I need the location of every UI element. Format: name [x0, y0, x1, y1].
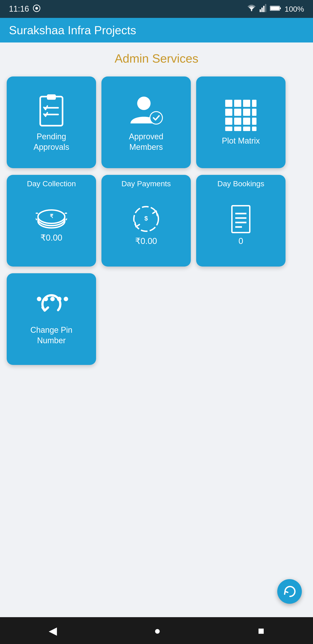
- svg-rect-4: [261, 8, 263, 12]
- receipt-icon: [230, 204, 252, 234]
- approved-members-card[interactable]: ApprovedMembers: [101, 76, 191, 168]
- app-title: Surakshaa Infra Projects: [9, 24, 136, 37]
- grid-row-2: Day Collection ₹ ₹0.00: [7, 175, 306, 266]
- svg-point-15: [150, 112, 162, 124]
- approved-members-label: ApprovedMembers: [129, 132, 163, 152]
- svg-rect-22: [243, 109, 250, 116]
- main-content: Admin Services PendingApprovals: [0, 42, 313, 617]
- svg-rect-27: [252, 118, 257, 125]
- change-pin-card[interactable]: Change PinNumber: [7, 273, 96, 365]
- status-bar: 11:16: [0, 0, 313, 18]
- day-bookings-label: Day Bookings: [196, 179, 286, 188]
- home-button[interactable]: ●: [141, 620, 174, 641]
- svg-rect-21: [234, 109, 241, 116]
- svg-text:₹: ₹: [50, 213, 53, 219]
- status-right: 100%: [247, 4, 304, 14]
- svg-point-14: [137, 96, 151, 110]
- svg-rect-11: [47, 94, 56, 100]
- svg-rect-31: [252, 126, 257, 131]
- svg-rect-29: [234, 126, 241, 131]
- day-collection-content: ₹ ₹0.00: [36, 188, 67, 262]
- pin-icon: [33, 292, 69, 321]
- clipboard-icon: [36, 92, 67, 128]
- svg-rect-19: [252, 100, 257, 107]
- wifi-icon: [247, 5, 256, 13]
- svg-rect-23: [252, 109, 257, 116]
- person-check-icon: [128, 92, 164, 128]
- svg-point-45: [50, 297, 55, 301]
- day-collection-card[interactable]: Day Collection ₹ ₹0.00: [7, 175, 96, 266]
- recents-button[interactable]: ■: [244, 620, 278, 641]
- day-collection-value: ₹0.00: [40, 233, 62, 242]
- svg-rect-25: [234, 118, 241, 125]
- svg-point-1: [35, 7, 38, 10]
- svg-rect-10: [40, 96, 62, 126]
- svg-rect-26: [243, 118, 250, 125]
- back-button[interactable]: ◀: [35, 620, 70, 641]
- change-pin-label: Change PinNumber: [30, 325, 72, 346]
- svg-rect-28: [225, 126, 232, 131]
- day-bookings-value: 0: [238, 236, 243, 246]
- svg-rect-6: [265, 4, 266, 12]
- grid-row-3: Change PinNumber: [7, 273, 306, 365]
- refresh-fab[interactable]: [277, 579, 302, 604]
- pending-approvals-card[interactable]: PendingApprovals: [7, 76, 96, 168]
- signal-icon: [260, 4, 266, 14]
- plot-matrix-card[interactable]: Plot Matrix: [196, 76, 286, 168]
- svg-rect-30: [243, 126, 250, 131]
- svg-rect-3: [260, 10, 261, 12]
- svg-rect-8: [270, 6, 279, 10]
- status-left: 11:16: [9, 4, 41, 14]
- svg-rect-17: [234, 100, 241, 107]
- payment-circle-icon: $: [132, 204, 161, 234]
- svg-point-47: [64, 297, 68, 301]
- day-payments-card[interactable]: Day Payments $ ₹0.00: [101, 175, 191, 266]
- day-bookings-content: 0: [230, 188, 252, 262]
- refresh-icon: [283, 585, 296, 598]
- grid-row-1: PendingApprovals ApprovedMembers: [7, 76, 306, 168]
- grid-icon: [224, 98, 258, 132]
- day-collection-label: Day Collection: [7, 179, 96, 188]
- svg-text:$: $: [144, 215, 148, 222]
- nav-bar: ◀ ● ■: [0, 617, 313, 644]
- svg-rect-9: [280, 8, 281, 9]
- money-icon: ₹: [36, 208, 67, 230]
- notification-icon: [33, 4, 41, 14]
- battery-percent: 100%: [285, 5, 304, 14]
- day-payments-value: ₹0.00: [135, 236, 157, 246]
- svg-rect-5: [263, 6, 265, 12]
- svg-rect-24: [225, 118, 232, 125]
- pending-approvals-label: PendingApprovals: [33, 132, 69, 152]
- top-bar: Surakshaa Infra Projects: [0, 18, 313, 42]
- status-time: 11:16: [9, 4, 29, 14]
- day-bookings-card[interactable]: Day Bookings 0: [196, 175, 286, 266]
- svg-rect-38: [232, 206, 250, 232]
- svg-rect-16: [225, 100, 232, 107]
- svg-rect-18: [243, 100, 250, 107]
- day-payments-label: Day Payments: [101, 179, 191, 188]
- plot-matrix-label: Plot Matrix: [222, 136, 260, 146]
- svg-rect-20: [225, 109, 232, 116]
- svg-point-43: [37, 297, 41, 301]
- svg-point-2: [251, 10, 252, 11]
- day-payments-content: $ ₹0.00: [132, 188, 161, 262]
- battery-icon: [270, 5, 281, 13]
- section-title: Admin Services: [7, 52, 306, 65]
